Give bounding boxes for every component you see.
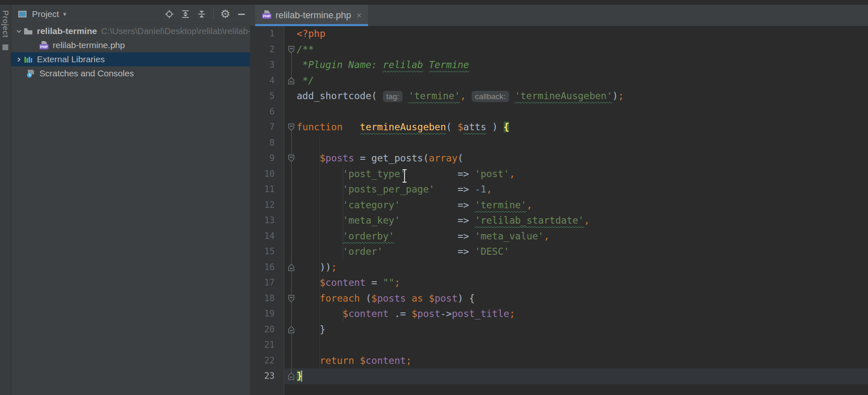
line-number[interactable]: 2: [250, 42, 275, 58]
libraries-icon: [23, 54, 34, 64]
tree-item-label: relilab-termine.php: [53, 40, 125, 50]
line-number[interactable]: 13: [250, 213, 275, 229]
project-tree: relilab-termineC:\Users\Daniel\Desktop\r…: [11, 24, 250, 80]
code-line-1[interactable]: <?php: [297, 26, 325, 42]
window-top-strip: [0, 0, 868, 5]
code-line-19[interactable]: $content .= $post->post_title;: [297, 306, 515, 322]
line-number[interactable]: 7: [250, 119, 275, 135]
mouse-ibeam-cursor: [400, 168, 409, 185]
code-line-9[interactable]: $posts = get_posts(array(: [297, 151, 463, 166]
folder-icon: [23, 26, 34, 36]
current-line-highlight: [285, 368, 868, 384]
line-number[interactable]: 3: [250, 57, 275, 73]
code-line-17[interactable]: $content = "";: [297, 275, 400, 291]
fold-start-icon[interactable]: [288, 154, 295, 162]
code-line-7[interactable]: function termineAusgeben( $atts ) {: [297, 119, 509, 135]
expand-all-icon[interactable]: [181, 10, 190, 19]
project-view-icon: [18, 10, 27, 19]
editor-body[interactable]: 1234567891011121314151617181920212223 <?…: [250, 26, 868, 395]
fold-start-icon[interactable]: [288, 295, 295, 302]
tree-item-label: Scratches and Consoles: [39, 68, 134, 78]
line-number[interactable]: 12: [250, 198, 275, 213]
line-number[interactable]: 22: [250, 353, 275, 369]
fold-start-icon[interactable]: [288, 46, 295, 54]
line-number[interactable]: 1: [250, 26, 275, 42]
tab-title: relilab-termine.php: [276, 10, 351, 21]
svg-text:PHP: PHP: [40, 45, 48, 49]
editor-gutter[interactable]: 1234567891011121314151617181920212223: [250, 26, 284, 395]
fold-end-icon[interactable]: [288, 77, 295, 85]
project-panel-header: Project ▾ ⚙: [11, 5, 250, 24]
line-number[interactable]: 16: [250, 260, 275, 276]
line-number[interactable]: 18: [250, 291, 275, 307]
parameter-hint: callback:: [472, 91, 509, 102]
stripe-tool-icon[interactable]: [2, 44, 8, 50]
parameter-hint: tag:: [383, 91, 403, 102]
fold-end-icon[interactable]: [288, 372, 295, 380]
code-line-16[interactable]: ));: [297, 260, 337, 276]
settings-gear-icon[interactable]: ⚙: [221, 10, 230, 19]
code-line-22[interactable]: return $content;: [297, 353, 412, 369]
project-panel-title[interactable]: Project: [32, 9, 59, 19]
line-number[interactable]: 8: [250, 135, 275, 151]
line-number[interactable]: 15: [250, 244, 275, 260]
chevron-down-icon[interactable]: [15, 29, 23, 34]
hide-panel-icon[interactable]: [237, 10, 246, 19]
php-file-icon: PHP: [262, 10, 272, 21]
line-number[interactable]: 23: [250, 368, 275, 384]
php-file-icon: PHP: [39, 40, 49, 50]
code-line-18[interactable]: foreach ($posts as $post) {: [297, 291, 475, 307]
code-line-13[interactable]: 'meta_key' => 'relilab_startdate',: [297, 213, 590, 229]
collapse-all-icon[interactable]: [197, 10, 206, 19]
line-number[interactable]: 11: [250, 182, 275, 198]
line-number[interactable]: 20: [250, 322, 275, 338]
toolbar-divider: [213, 9, 214, 19]
project-panel: Project ▾ ⚙ relilab-termineC:\Users\Dani…: [11, 5, 250, 395]
chevron-right-icon[interactable]: [15, 57, 23, 62]
line-number[interactable]: 5: [250, 88, 275, 104]
fold-end-icon[interactable]: [288, 326, 295, 334]
tree-item-path: C:\Users\Daniel\Desktop\relilab\relilab-…: [101, 26, 250, 36]
line-number[interactable]: 21: [250, 337, 275, 353]
line-number[interactable]: 9: [250, 151, 275, 166]
code-line-4[interactable]: */: [297, 73, 314, 89]
fold-region-line: [291, 53, 292, 77]
line-number[interactable]: 6: [250, 104, 275, 120]
line-number[interactable]: 14: [250, 229, 275, 244]
svg-text:PHP: PHP: [263, 14, 271, 18]
line-number[interactable]: 17: [250, 275, 275, 291]
tree-item-file[interactable]: PHPrelilab-termine.php: [11, 38, 250, 52]
stripe-project-label[interactable]: Project: [1, 10, 10, 38]
tree-item-scratch[interactable]: Scratches and Consoles: [11, 66, 250, 80]
code-line-5[interactable]: add_shortcode( tag: 'termine', callback:…: [297, 88, 624, 104]
line-number[interactable]: 19: [250, 306, 275, 322]
code-line-14[interactable]: 'orderby' => 'meta_value',: [297, 229, 549, 244]
chevron-down-icon[interactable]: ▾: [63, 10, 66, 18]
tree-item-label: External Libraries: [37, 54, 105, 64]
fold-start-icon[interactable]: [288, 123, 295, 131]
scratches-icon: [25, 68, 36, 78]
editor-tab-bar: PHP relilab-termine.php ×: [250, 5, 868, 26]
line-number[interactable]: 4: [250, 73, 275, 89]
fold-end-icon[interactable]: [288, 263, 295, 271]
fold-region-line: [291, 162, 292, 264]
tree-item-extlib[interactable]: External Libraries: [11, 52, 250, 66]
text-caret: [301, 371, 302, 382]
locate-icon[interactable]: [165, 10, 174, 19]
tree-item-label: relilab-termine: [37, 26, 97, 36]
close-icon[interactable]: ×: [356, 10, 361, 20]
tool-window-stripe[interactable]: Project: [0, 5, 11, 395]
tab-relilab-termine-php[interactable]: PHP relilab-termine.php ×: [255, 5, 368, 26]
code-line-2[interactable]: /**: [297, 42, 314, 58]
fold-region-line: [291, 302, 292, 326]
code-line-12[interactable]: 'category' => 'termine',: [297, 198, 532, 213]
code-line-15[interactable]: 'order' => 'DESC': [297, 244, 509, 260]
editor-area: PHP relilab-termine.php × 12345678910111…: [250, 5, 868, 395]
line-number[interactable]: 10: [250, 166, 275, 182]
tree-item-root[interactable]: relilab-termineC:\Users\Daniel\Desktop\r…: [11, 24, 250, 38]
code-line-11[interactable]: 'posts_per_page' => -1,: [297, 182, 492, 198]
code-line-20[interactable]: }: [297, 322, 325, 338]
code-line-3[interactable]: *Plugin Name: relilab Termine: [297, 57, 469, 73]
